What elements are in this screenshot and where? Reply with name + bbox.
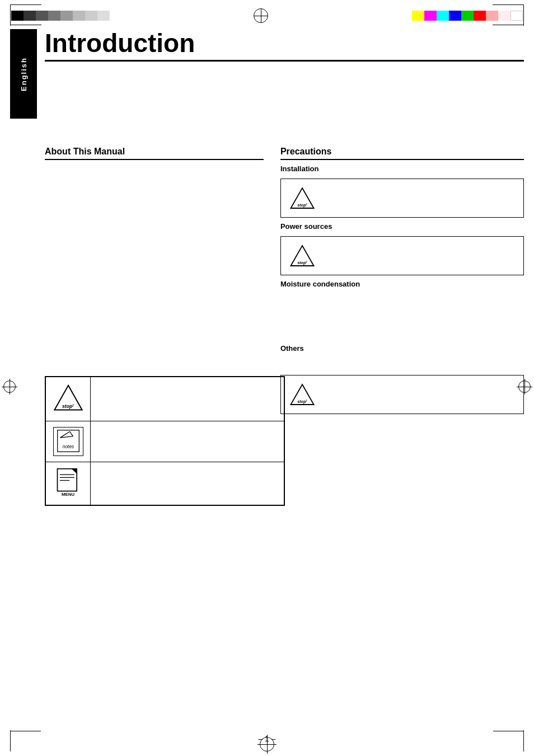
stop-icon-power: stop! bbox=[290, 243, 315, 268]
language-tab: English bbox=[10, 29, 37, 119]
notes-icon-cell: notes bbox=[46, 421, 91, 462]
color-block bbox=[11, 11, 24, 21]
power-sources-subheading: Power sources bbox=[280, 222, 524, 231]
svg-text:notes: notes bbox=[62, 444, 74, 449]
page-title: Introduction bbox=[45, 29, 524, 58]
precautions-heading: Precautions bbox=[280, 147, 524, 160]
stop-icon-others: stop! bbox=[290, 382, 315, 407]
table-row: notes bbox=[46, 421, 284, 462]
reg-line-bottom-left bbox=[11, 25, 41, 25]
crosshair-center bbox=[254, 8, 268, 23]
language-tab-label: English bbox=[20, 57, 28, 91]
right-column: Precautions Installation stop! Power sou… bbox=[275, 147, 524, 419]
color-block bbox=[437, 11, 449, 21]
color-block bbox=[24, 11, 36, 21]
svg-rect-13 bbox=[57, 469, 77, 491]
bottom-bar: – 1 – bbox=[0, 727, 534, 756]
bottom-reg-line-left bbox=[10, 730, 11, 752]
right-color-blocks bbox=[412, 11, 523, 21]
reg-line-bottom-right bbox=[493, 25, 523, 25]
menu-icon: MENU bbox=[53, 468, 83, 499]
color-block bbox=[412, 11, 424, 21]
bottom-reg-h-right bbox=[493, 731, 524, 731]
stop-icon-cell: stop! bbox=[46, 377, 91, 421]
color-block bbox=[48, 11, 60, 21]
power-sources-warning-box: stop! bbox=[280, 236, 524, 275]
page-content: English Introduction About This Manual P… bbox=[0, 29, 534, 727]
introduction-section: Introduction bbox=[45, 29, 524, 73]
reg-line-left bbox=[10, 4, 11, 26]
title-underline bbox=[45, 60, 524, 62]
bottom-reg-line-right bbox=[523, 730, 524, 752]
color-block bbox=[474, 11, 486, 21]
installation-subheading: Installation bbox=[280, 165, 524, 173]
color-block bbox=[498, 11, 510, 21]
others-subheading: Others bbox=[280, 344, 524, 353]
color-block bbox=[73, 11, 85, 21]
svg-marker-17 bbox=[71, 469, 77, 474]
color-block bbox=[85, 11, 97, 21]
color-block bbox=[97, 11, 110, 21]
bottom-crosshair bbox=[260, 737, 274, 752]
stop-icon-installation: stop! bbox=[290, 186, 315, 210]
about-manual-heading: About This Manual bbox=[45, 147, 264, 160]
color-block bbox=[424, 11, 437, 21]
table-row: MENU bbox=[46, 462, 284, 505]
reg-line-top-right bbox=[493, 4, 523, 5]
table-row: stop! bbox=[46, 377, 284, 421]
menu-icon-cell: MENU bbox=[46, 462, 91, 505]
notes-description-cell bbox=[91, 421, 284, 462]
bottom-reg-h-left bbox=[10, 731, 41, 731]
top-registration-bar bbox=[0, 0, 534, 29]
right-side-reg bbox=[518, 381, 531, 395]
installation-warning-box: stop! bbox=[280, 179, 524, 218]
icon-table-grid: stop! notes bbox=[45, 377, 284, 505]
stop-description-cell bbox=[91, 377, 284, 421]
svg-text:MENU: MENU bbox=[62, 492, 74, 497]
others-warning-box: stop! bbox=[280, 375, 524, 414]
icon-reference-table: stop! notes bbox=[45, 376, 285, 506]
color-block bbox=[461, 11, 474, 21]
left-color-blocks bbox=[11, 11, 110, 21]
color-block bbox=[449, 11, 461, 21]
moisture-subheading: Moisture condensation bbox=[280, 280, 524, 288]
menu-description-cell bbox=[91, 462, 284, 505]
color-block bbox=[60, 11, 73, 21]
svg-text:stop!: stop! bbox=[297, 399, 307, 404]
color-block bbox=[510, 11, 523, 21]
left-side-reg bbox=[3, 381, 16, 395]
reg-line-right bbox=[523, 4, 524, 26]
svg-text:stop!: stop! bbox=[297, 203, 307, 208]
svg-text:stop!: stop! bbox=[62, 403, 73, 409]
reg-line-top-left bbox=[11, 4, 41, 5]
color-block bbox=[486, 11, 498, 21]
color-block bbox=[36, 11, 48, 21]
svg-line-10 bbox=[69, 431, 73, 436]
svg-text:stop!: stop! bbox=[297, 260, 307, 265]
